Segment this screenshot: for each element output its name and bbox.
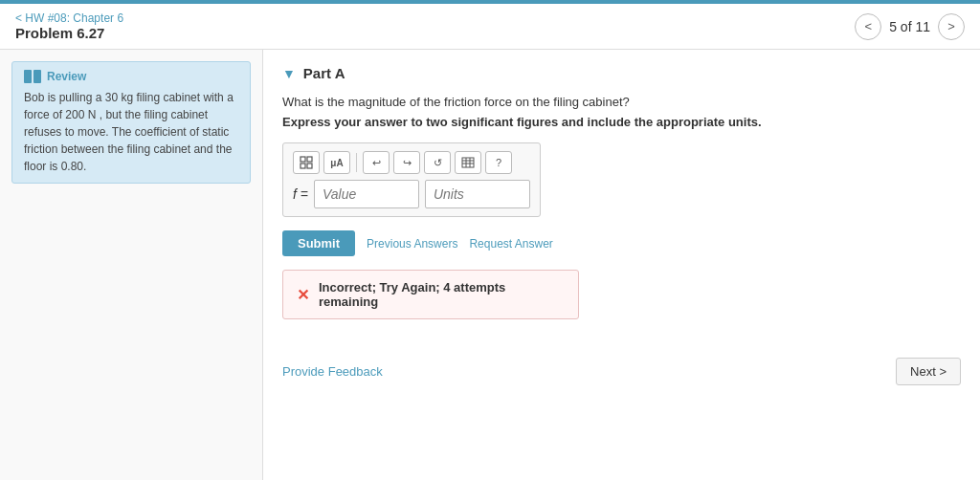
error-text: Incorrect; Try Again; 4 attempts remaini… <box>319 280 565 309</box>
svg-rect-0 <box>301 157 305 162</box>
question-text: What is the magnitude of the friction fo… <box>282 95 961 109</box>
svg-rect-4 <box>462 158 474 167</box>
units-input[interactable] <box>425 180 530 208</box>
svg-rect-1 <box>307 157 312 162</box>
review-icon <box>24 70 41 83</box>
value-input[interactable] <box>314 180 419 208</box>
request-answer-link[interactable]: Request Answer <box>469 237 552 251</box>
prev-btn[interactable]: < <box>855 13 881 40</box>
page-count: 5 of 11 <box>889 19 930 34</box>
reset-btn[interactable]: ↺ <box>424 151 451 174</box>
answer-label: f = <box>293 186 308 202</box>
help-btn[interactable]: ? <box>485 151 512 174</box>
error-icon: ✕ <box>297 286 309 304</box>
collapse-icon[interactable]: ▼ <box>282 66 296 81</box>
table-btn[interactable] <box>455 151 481 174</box>
previous-answers-link[interactable]: Previous Answers <box>367 237 457 251</box>
review-label: Review <box>47 70 86 83</box>
part-label: Part A <box>303 65 345 81</box>
sidebar: Review Bob is pulling a 30 kg filing cab… <box>0 50 263 480</box>
input-container: μA ↩ ↪ ↺ ? f = <box>282 142 541 217</box>
sidebar-content: Bob is pulling a 30 kg filing cabinet wi… <box>24 89 238 175</box>
redo-btn[interactable]: ↪ <box>393 151 420 174</box>
content-area: ▼ Part A What is the magnitude of the fr… <box>263 50 980 480</box>
mu-btn[interactable]: μA <box>323 151 350 174</box>
instruction-text: Express your answer to two significant f… <box>282 115 961 129</box>
svg-rect-3 <box>307 164 312 168</box>
next-nav-btn[interactable]: > <box>938 13 965 40</box>
feedback-link[interactable]: Provide Feedback <box>282 364 383 379</box>
svg-rect-2 <box>301 164 305 168</box>
next-button[interactable]: Next > <box>896 358 961 385</box>
submit-button[interactable]: Submit <box>282 230 355 256</box>
grid-btn[interactable] <box>293 151 320 174</box>
problem-title: Problem 6.27 <box>15 25 123 41</box>
error-box: ✕ Incorrect; Try Again; 4 attempts remai… <box>282 270 579 319</box>
header: < HW #08: Chapter 6 Problem 6.27 < 5 of … <box>0 4 980 50</box>
hw-link[interactable]: < HW #08: Chapter 6 <box>15 11 123 25</box>
undo-btn[interactable]: ↩ <box>363 151 390 174</box>
